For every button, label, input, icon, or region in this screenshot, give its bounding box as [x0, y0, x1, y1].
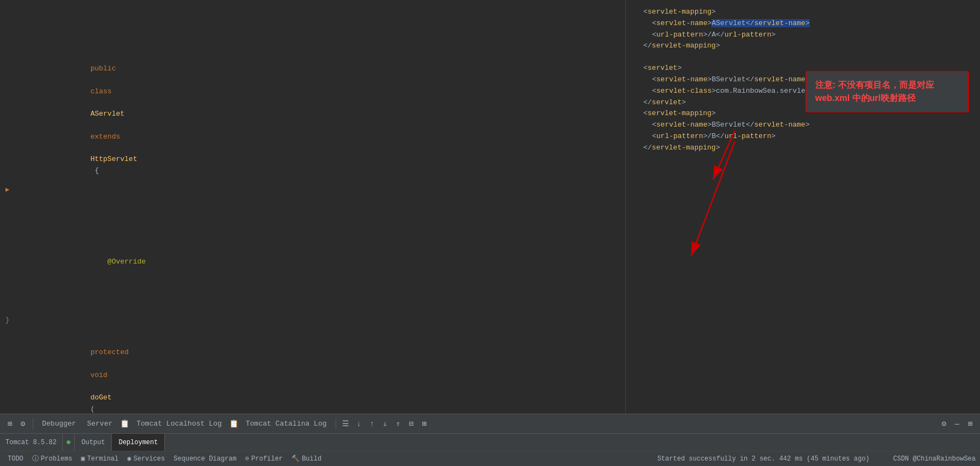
tomcat-version-label: Tomcat 8.5.82 [0, 434, 63, 451]
right-toolbar-icons: ⚙ — ⊞ [939, 419, 976, 429]
annotation-text: 注意: 不没有项目名，而是对应 web.xml 中的url映射路径 [815, 80, 934, 103]
services-item[interactable]: ◉ Services [124, 455, 168, 463]
svg-line-2 [691, 141, 735, 255]
minimize-icon[interactable]: — [952, 419, 963, 429]
problems-icon: ⓘ [32, 454, 39, 463]
sequence-diagram-item[interactable]: Sequence Diagram [170, 455, 240, 463]
editor-container: public class AServlet extends HttpServle… [0, 0, 980, 466]
services-label: Services [134, 455, 165, 463]
gutter-marker-2: } [5, 316, 9, 324]
sequence-diagram-label: Sequence Diagram [174, 455, 236, 463]
settings-icon[interactable]: ⚙ [939, 419, 949, 429]
align-icon-4[interactable]: ⇓ [380, 419, 391, 429]
todo-item[interactable]: TODO [4, 455, 27, 463]
status-bar: TODO ⓘ Problems ▣ Terminal ◉ Services Se… [0, 451, 980, 466]
grid-icon-2[interactable]: ⊞ [965, 419, 976, 429]
xml-line-3: <url-pattern>/A</url-pattern> [652, 29, 971, 41]
annotation-callout: 注意: 不没有项目名，而是对应 web.xml 中的url映射路径 [805, 71, 969, 112]
terminal-item[interactable]: ▣ Terminal [77, 455, 122, 463]
profiler-icon: ⊙ [245, 455, 249, 463]
xml-line-2: <servlet-name>AServlet</servlet-name> [652, 18, 971, 29]
bottom-toolbar: ⊞ ⚙ Debugger Server 📋 Tomcat Localhost L… [0, 414, 980, 433]
toolbar-sep-2 [336, 419, 336, 429]
align-icon-5[interactable]: ⇑ [393, 419, 404, 429]
toolbar-separator [33, 419, 33, 429]
terminal-label: Terminal [87, 455, 119, 463]
filter-icon[interactable]: ⚙ [17, 419, 28, 429]
tomcat-state-dot: ● [63, 434, 75, 451]
csdn-label: CSDN @ChinaRainbowSea [893, 455, 976, 463]
problems-item[interactable]: ⓘ Problems [29, 454, 76, 463]
table-icon[interactable]: ⊟ [406, 419, 417, 429]
xml-line-1: <servlet-mapping> [643, 7, 971, 18]
xml-line-4: </servlet-mapping> [643, 40, 971, 52]
xml-line-12: </servlet-mapping> [643, 142, 971, 154]
tomcat-localhost-log-tab[interactable]: Tomcat Localhost Log [132, 419, 226, 429]
build-label: Build [302, 455, 321, 463]
align-icon-3[interactable]: ↑ [367, 419, 378, 429]
output-tab[interactable]: Output [75, 434, 112, 451]
grid-icon[interactable]: ⊞ [4, 419, 15, 429]
xml-spacer-1 [635, 52, 971, 63]
editor-main: public class AServlet extends HttpServle… [0, 0, 980, 414]
code-line-1: public class AServlet extends HttpServle… [11, 52, 625, 188]
xml-line-11: <url-pattern>/B</url-pattern> [652, 131, 971, 142]
tomcat-catalina-log-tab[interactable]: Tomcat Catalina Log [241, 419, 331, 429]
status-right-area: Started successfully in 2 sec. 442 ms (4… [658, 455, 976, 463]
log-icon: 📋 [119, 419, 130, 429]
tomcat-subtabs: Tomcat 8.5.82 ● Output Deployment [0, 433, 980, 451]
build-item[interactable]: 🔨 Build [288, 455, 325, 463]
code-line-3: protected void doGet ( HttpServletReques… [11, 324, 625, 414]
align-icon-2[interactable]: ↓ [354, 419, 364, 429]
align-icon-1[interactable]: ☰ [340, 419, 351, 429]
terminal-icon: ▣ [81, 455, 85, 463]
problems-label: Problems [41, 455, 73, 463]
todo-label: TODO [8, 455, 23, 463]
services-icon: ◉ [127, 455, 131, 463]
log-icon-2: 📋 [228, 419, 239, 429]
left-code-panel[interactable]: public class AServlet extends HttpServle… [0, 0, 625, 414]
code-area: public class AServlet extends HttpServle… [0, 4, 625, 414]
build-icon: 🔨 [291, 455, 300, 463]
server-tab[interactable]: Server [82, 419, 117, 429]
collapse-icon[interactable]: ⊞ [419, 419, 430, 429]
xml-line-10: <servlet-name>BServlet</servlet-name> [652, 120, 971, 131]
debugger-tab[interactable]: Debugger [38, 419, 80, 429]
right-xml-panel[interactable]: <servlet-mapping> <servlet-name>AServlet… [625, 0, 980, 414]
code-line-2: @Override [11, 234, 625, 279]
deployment-tab[interactable]: Deployment [112, 434, 165, 451]
status-main-text: Started successfully in 2 sec. 442 ms (4… [658, 455, 870, 463]
profiler-label: Profiler [252, 455, 283, 463]
profiler-item[interactable]: ⊙ Profiler [242, 455, 286, 463]
gutter-marker: ▶ [5, 186, 9, 194]
